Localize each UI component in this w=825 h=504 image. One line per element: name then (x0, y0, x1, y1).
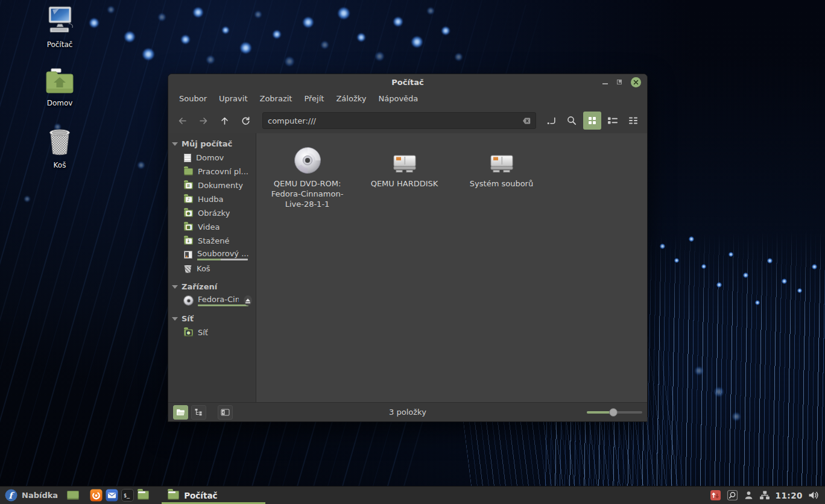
terminal-icon: $_ (121, 489, 134, 502)
back-icon (177, 116, 188, 126)
menu-zalozky[interactable]: Záložky (330, 90, 372, 108)
search-button[interactable] (563, 112, 581, 130)
harddisk-icon (184, 251, 192, 259)
menu-button[interactable]: f Nabídka (0, 487, 65, 504)
sidebar-item-fedora-cinnamon[interactable]: Fedora-Cin... (168, 294, 256, 307)
files-launcher[interactable] (135, 487, 151, 504)
collapse-triangle-icon (172, 142, 178, 146)
menu-upravit[interactable]: Upravit (213, 90, 253, 108)
bokeh-dot (285, 57, 294, 66)
bokeh-dot (767, 258, 773, 263)
maximize-button[interactable] (617, 80, 622, 84)
menubar: Soubor Upravit Zobrazit Přejít Záložky N… (168, 90, 647, 108)
folder-videos-icon: ■ (184, 224, 193, 231)
grid-view-icon (588, 116, 596, 125)
clear-location-icon[interactable] (520, 117, 531, 125)
sidebar-item-kos[interactable]: Koš (168, 262, 256, 276)
removable-media-tray-icon[interactable] (727, 490, 738, 501)
menu-prejit[interactable]: Přejít (298, 90, 330, 108)
update-manager-tray-icon[interactable] (710, 490, 721, 501)
minimize-button[interactable] (602, 83, 608, 84)
back-button[interactable] (173, 112, 192, 130)
optical-disc-icon (184, 296, 193, 305)
refresh-button[interactable] (236, 112, 255, 130)
bokeh-dot (357, 33, 365, 42)
mail-icon (106, 489, 118, 502)
zoom-slider[interactable] (587, 408, 642, 417)
user-applet-icon[interactable] (744, 490, 754, 500)
folder-icon (138, 491, 149, 500)
titlebar[interactable]: Počítač (168, 74, 647, 90)
bokeh-dot (321, 41, 329, 49)
taskbar: f Nabídka $_ Počítač (0, 486, 825, 504)
svg-text:$_: $_ (124, 493, 130, 499)
sidebar-item-souborovy-system[interactable]: Souborový ... (168, 248, 256, 262)
sidebar-item-domov[interactable]: Domov (168, 151, 256, 165)
firefox-launcher[interactable] (88, 487, 104, 504)
bokeh-dot (701, 264, 706, 269)
show-desktop-icon (67, 491, 79, 500)
network-applet-icon[interactable] (759, 490, 770, 500)
zoom-slider-handle[interactable] (609, 408, 618, 417)
sidebar-section-my-computer[interactable]: Můj počítač (168, 136, 256, 151)
sidebar-item-dokumenty[interactable]: ≡ Dokumenty (168, 178, 256, 192)
sidebar-item-videa[interactable]: ■ Videa (168, 220, 256, 234)
compact-view-button[interactable] (624, 112, 642, 130)
compact-view-icon (628, 116, 638, 125)
toggle-location-entry-button[interactable] (542, 112, 560, 130)
file-item-harddisk[interactable]: QEMU HARDDISK (356, 142, 453, 189)
bokeh-dot (158, 13, 166, 21)
window-title: Počítač (391, 78, 423, 87)
up-button[interactable] (215, 112, 234, 130)
desktop-icon-trash[interactable]: Koš (27, 127, 93, 169)
menu-napoveda[interactable]: Nápověda (372, 90, 424, 108)
disk-usage-bar (197, 259, 248, 260)
bokeh-dot (660, 244, 665, 249)
eject-button[interactable] (244, 295, 252, 306)
menu-soubor[interactable]: Soubor (173, 90, 213, 108)
close-button[interactable] (631, 77, 641, 87)
sidebar-section-devices[interactable]: Zařízení (168, 279, 256, 294)
file-item-dvd[interactable]: QEMU DVD-ROM: Fedora-Cinnamon-Live-28-1-… (259, 142, 356, 209)
bokeh-dot (716, 282, 722, 288)
desktop-icon-label: Koš (27, 161, 93, 169)
places-toggle-button[interactable] (173, 405, 188, 420)
sidebar-item-stazene[interactable]: ↓ Stažené (168, 234, 256, 248)
desktop-icon-computer[interactable]: Počítač (27, 5, 93, 49)
desktop-icon-home[interactable]: Domov (27, 68, 93, 107)
disk-usage-bar (198, 304, 248, 306)
menu-zobrazit[interactable]: Zobrazit (253, 90, 298, 108)
clock[interactable]: 11:20 (776, 491, 803, 500)
optical-disc-icon (294, 146, 321, 174)
toolbar: computer:/// (168, 108, 647, 133)
sidebar-item-obrazky[interactable]: ● Obrázky (168, 206, 256, 220)
file-label: QEMU DVD-ROM: Fedora-Cinnamon-Live-28-1-… (266, 178, 349, 209)
bokeh-dot (222, 27, 229, 34)
icon-view-button[interactable] (583, 112, 601, 130)
file-view[interactable]: QEMU DVD-ROM: Fedora-Cinnamon-Live-28-1-… (256, 133, 647, 402)
sidebar-item-hudba[interactable]: ♪ Hudba (168, 192, 256, 206)
folder-pictures-icon: ● (184, 210, 193, 217)
forward-button[interactable] (194, 112, 213, 130)
mail-launcher[interactable] (104, 487, 119, 504)
bokeh-dot (441, 27, 450, 35)
list-view-button[interactable] (604, 112, 622, 130)
treeview-toggle-button[interactable] (191, 405, 206, 420)
sidebar-item-sit[interactable]: ● Síť (168, 326, 256, 339)
location-bar[interactable]: computer:/// (262, 112, 536, 129)
hide-sidebar-button[interactable] (218, 405, 233, 420)
sidebar-section-network[interactable]: Síť (168, 311, 256, 326)
file-item-filesystem[interactable]: Systém souborů (453, 142, 550, 189)
show-desktop-button[interactable] (65, 487, 81, 504)
sidebar-item-pracovni-plocha[interactable]: Pracovní pl... (168, 165, 256, 178)
collapse-triangle-icon (172, 285, 178, 289)
menu-button-label: Nabídka (22, 491, 58, 500)
bokeh-dot (181, 35, 190, 44)
window-list-button[interactable]: Počítač (162, 487, 265, 504)
eject-icon (245, 298, 251, 304)
terminal-launcher[interactable]: $_ (119, 487, 135, 504)
volume-applet-icon[interactable] (808, 490, 819, 500)
bokeh-dot (206, 55, 215, 64)
bokeh-dot (782, 279, 787, 284)
location-path[interactable]: computer:/// (268, 116, 520, 125)
